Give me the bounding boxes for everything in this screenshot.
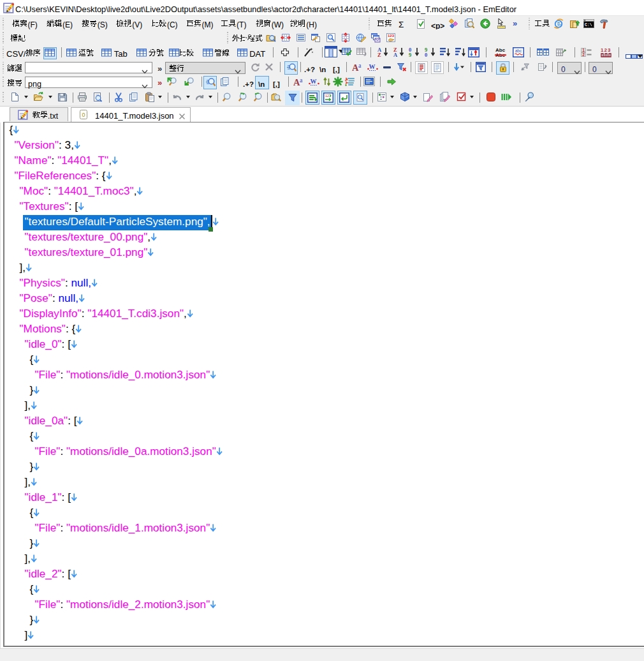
svg-text:1: 1	[582, 48, 585, 52]
svg-text:A: A	[393, 52, 398, 57]
svg-text:abc: abc	[515, 48, 522, 53]
svg-text:0: 0	[82, 112, 85, 118]
svg-text:123: 123	[387, 34, 394, 38]
svg-text:W: W	[311, 78, 317, 85]
svg-text:2: 2	[582, 52, 585, 57]
svg-text:12: 12	[325, 94, 329, 98]
svg-text:Z: Z	[377, 52, 381, 57]
svg-text:W: W	[369, 63, 376, 70]
svg-text:123: 123	[601, 47, 611, 53]
svg-text:C:\: C:\	[585, 23, 592, 27]
svg-text:a: a	[300, 77, 303, 84]
svg-text:9: 9	[409, 52, 411, 57]
svg-text:a: a	[358, 62, 362, 69]
svg-text:0: 0	[425, 52, 427, 57]
